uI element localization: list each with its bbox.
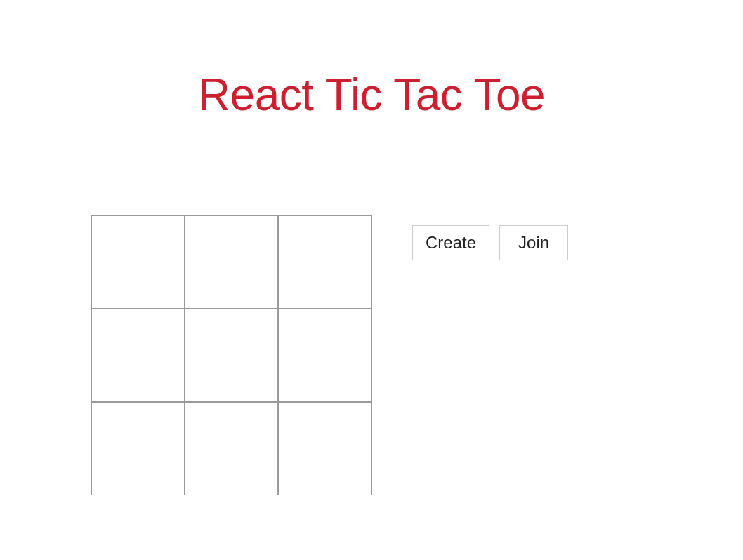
game-board [91, 215, 372, 495]
board-cell-6[interactable] [91, 402, 185, 495]
board-cell-8[interactable] [278, 402, 372, 495]
game-area: Create Join [91, 215, 568, 495]
page-title: React Tic Tac Toe [0, 69, 743, 121]
board-cell-5[interactable] [278, 309, 372, 402]
board-cell-4[interactable] [185, 309, 278, 402]
board-cell-7[interactable] [185, 402, 278, 495]
board-cell-1[interactable] [185, 215, 278, 309]
join-button[interactable]: Join [499, 225, 568, 260]
create-button[interactable]: Create [412, 225, 489, 260]
board-cell-0[interactable] [91, 215, 185, 309]
board-cell-2[interactable] [278, 215, 372, 309]
board-cell-3[interactable] [91, 309, 185, 402]
game-controls: Create Join [412, 225, 568, 260]
